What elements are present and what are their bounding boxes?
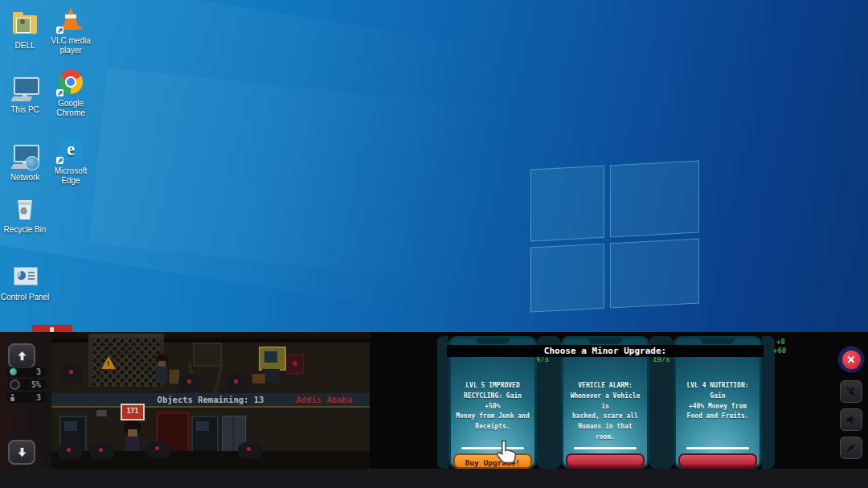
person-icon: [10, 394, 17, 401]
vlc-cone-icon: ↗: [56, 6, 85, 34]
icon-label: VLC media player: [44, 36, 97, 55]
sfx-off-icon: [845, 441, 858, 454]
desktop-icon-control-panel[interactable]: Control Panel: [0, 263, 51, 302]
icon-label: Google Chrome: [44, 99, 97, 117]
stat-value: 5%: [31, 380, 41, 389]
card-notch: [588, 338, 622, 344]
hand-cursor-icon: [492, 438, 519, 465]
upgrade-description: LVL 5 IMPROVED RECYCLING: Gain +50% Mone…: [451, 381, 534, 433]
vending-machine: [191, 416, 219, 454]
player-face: [128, 429, 137, 437]
arrow-up-icon: [16, 350, 28, 362]
dialog-title: Choose a Minor Upgrade:: [447, 345, 764, 357]
edge-icon: e↗: [56, 137, 85, 164]
folder-icon: [10, 11, 39, 39]
mouse-cursor: [492, 438, 519, 465]
icon-label: Recycle Bin: [0, 225, 51, 235]
windows-logo-pane: [530, 244, 604, 313]
close-dialog-button[interactable]: ✕: [838, 347, 864, 372]
chip-robot-head: [259, 347, 286, 371]
spider-robot: [58, 443, 82, 459]
objects-remaining-text: Objects Remaining: 13: [158, 395, 264, 404]
windows-logo-pane: [610, 239, 699, 308]
spider-robot: [238, 442, 262, 458]
buy-upgrade-button-disabled[interactable]: [566, 453, 645, 469]
floor-down-button[interactable]: [8, 440, 35, 465]
sfx-off-button[interactable]: [840, 437, 862, 459]
floor-up-button[interactable]: [8, 343, 35, 368]
spider-robot: [61, 364, 82, 383]
card-notch: [476, 338, 510, 344]
icon-label: Control Panel: [0, 293, 51, 302]
close-icon: ✕: [842, 351, 861, 369]
red-machine: [286, 355, 304, 374]
location-label: Addis Ababa: [296, 395, 352, 404]
windows-logo-pane: [610, 160, 699, 237]
warning-sign: [101, 356, 116, 369]
windows-logo-wallpaper: [530, 160, 699, 312]
buy-upgrade-button-disabled[interactable]: [678, 453, 757, 469]
background-phone-edge: [762, 336, 775, 469]
chainlink-fence: [88, 334, 164, 387]
money-gain-bottom: +68: [773, 347, 786, 355]
upgrade-description: LVL 4 NUTRITION: Gain +40% Money from Fo…: [676, 381, 760, 422]
desktop-screen: DELL ↗ VLC media player This PC ↗ Google…: [0, 0, 868, 488]
arrow-down-icon: [16, 446, 28, 458]
spider-robot: [178, 374, 201, 392]
game-scene: Objects Remaining: 13 Addis Ababa 171: [51, 332, 370, 469]
desktop-icon-vlc[interactable]: ↗ VLC media player: [44, 6, 97, 55]
music-off-icon: [845, 385, 858, 398]
spider-robot: [225, 374, 248, 392]
progress-line: [686, 447, 749, 449]
speaker-icon: [845, 413, 858, 426]
security-camera: [96, 410, 107, 416]
money-gain-top: +8: [776, 338, 785, 346]
desktop-icon-chrome[interactable]: ↗ Google Chrome: [44, 69, 97, 117]
computer-icon: [10, 76, 39, 103]
progress-line: [574, 447, 637, 449]
music-off-button[interactable]: [840, 380, 862, 403]
upgrade-description: VEHICLE ALARM: Whenever a Vehicle is hac…: [563, 381, 647, 443]
sound-button[interactable]: [840, 408, 862, 431]
windows-logo-pane: [530, 166, 604, 242]
card-notch: [701, 338, 735, 344]
orb-icon: [10, 368, 17, 375]
chrome-icon: ↗: [56, 69, 85, 96]
npc-face: [158, 361, 166, 367]
network-icon: [10, 143, 39, 170]
spider-robot: [90, 443, 114, 459]
room-number-sign: 171: [121, 404, 145, 420]
crate: [252, 374, 265, 383]
icon-label: Microsoft Edge: [44, 166, 97, 185]
stat-row-clock: 5%: [6, 379, 47, 390]
stat-value: 3: [36, 367, 41, 376]
stat-row-orb: 3: [6, 367, 47, 377]
spider-robot: [146, 441, 170, 457]
control-panel-icon: [10, 263, 39, 290]
stat-value: 3: [36, 393, 41, 402]
clock-icon: [10, 379, 20, 390]
recycle-bin-icon: [10, 195, 39, 223]
desktop-icon-recycle-bin[interactable]: Recycle Bin: [0, 195, 51, 235]
stat-row-person: 3: [6, 392, 47, 403]
taskbar: [0, 469, 868, 488]
npc-body: [157, 367, 167, 383]
desktop-icon-edge[interactable]: e↗ Microsoft Edge: [44, 137, 97, 185]
